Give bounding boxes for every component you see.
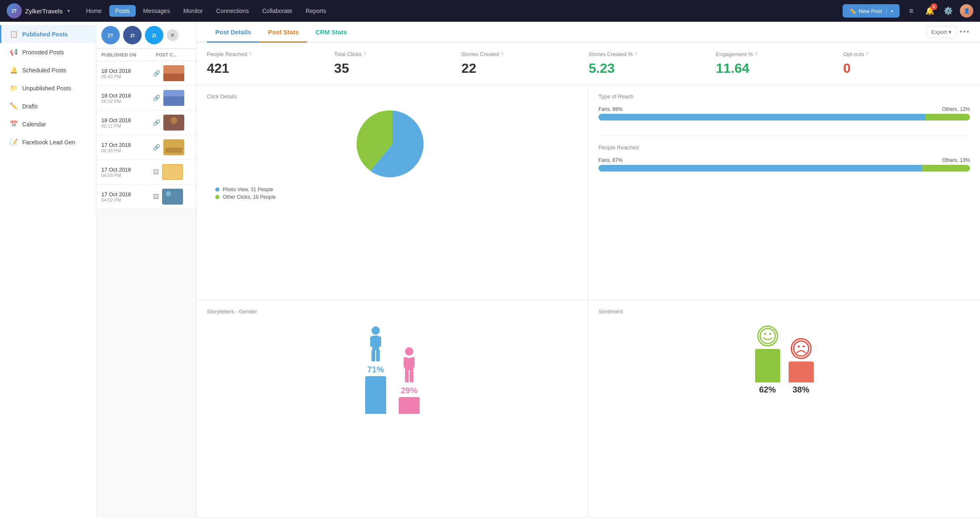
- table-row[interactable]: 18 Oct 2018 02:11 PM 🔗: [96, 110, 196, 135]
- post-thumbnail: [163, 90, 184, 106]
- export-chevron-icon: ▾: [949, 29, 952, 35]
- nav-monitor[interactable]: Monitor: [178, 5, 209, 17]
- bar-track-people-reached: [598, 165, 970, 172]
- post-date-col: 18 Oct 2018 02:11 PM: [101, 117, 150, 128]
- svg-rect-27: [405, 371, 409, 382]
- svg-rect-20: [370, 336, 374, 347]
- svg-point-17: [166, 191, 171, 196]
- sidebar-item-facebook-lead-gen[interactable]: 📝 Facebook Lead Gen: [0, 133, 96, 151]
- stat-label-stories-created-pct: Stories Created % ?: [588, 51, 707, 57]
- svg-point-11: [170, 117, 177, 124]
- svg-rect-7: [163, 74, 184, 81]
- sidebar-item-published-posts[interactable]: 📋 Published Posts: [0, 25, 96, 43]
- detail-panel: Post Details Post Stats CRM Stats Export…: [197, 22, 980, 518]
- table-row[interactable]: 17 Oct 2018 04:52 PM 🖼: [96, 185, 196, 209]
- sidebar-item-scheduled-posts[interactable]: 🔔 Scheduled Posts: [0, 61, 96, 79]
- bar-fill-others-reach: [926, 114, 970, 121]
- notifications-wrapper: 🔔 2: [923, 4, 936, 18]
- post-thumbnail: [162, 189, 183, 205]
- legend-dot-photo-view: [215, 187, 219, 192]
- profile-tab-2[interactable]: Zf: [123, 26, 142, 44]
- stat-label-stories-created: Stories Created ?: [462, 51, 580, 57]
- profile-tab-1[interactable]: ZT: [101, 26, 120, 44]
- chart-click-details: Click Details Photo View, 31 People: [197, 85, 588, 300]
- stat-label-opt-outs: Opt-outs ?: [843, 51, 962, 57]
- chart-type-of-reach: Type of Reach Fans, 88% Others, 12% Peop: [588, 85, 980, 300]
- help-icon-stories-pct[interactable]: ?: [634, 51, 637, 57]
- stat-value-stories-created: 22: [462, 61, 580, 76]
- help-icon-engagement[interactable]: ?: [755, 51, 758, 57]
- nav-home[interactable]: Home: [80, 5, 107, 17]
- menu-icon[interactable]: ≡: [905, 4, 918, 18]
- help-icon-people-reached[interactable]: ?: [249, 51, 252, 57]
- svg-rect-15: [163, 165, 182, 179]
- new-post-label: New Post: [859, 8, 882, 14]
- new-post-button[interactable]: ✏️ New Post ▾: [843, 4, 900, 18]
- chart-title-click-details: Click Details: [207, 93, 578, 100]
- more-options-button[interactable]: •••: [959, 28, 970, 36]
- table-row[interactable]: 17 Oct 2018 06:38 PM 🔗: [96, 135, 196, 160]
- people-reached-bar: Fans, 87% Others, 13%: [598, 157, 970, 172]
- svg-text:Zf: Zf: [130, 33, 135, 38]
- sentiment-chart: 62% 38%: [598, 321, 970, 399]
- stat-stories-created: Stories Created ? 22: [462, 51, 589, 76]
- help-icon-stories-created[interactable]: ?: [501, 51, 504, 57]
- nav-items: Home Posts Messages Monitor Connections …: [80, 5, 843, 17]
- user-avatar[interactable]: 👤: [960, 4, 973, 18]
- published-posts-icon: 📋: [10, 30, 18, 38]
- table-row[interactable]: 18 Oct 2018 06:42 PM 🔗: [96, 61, 196, 86]
- bar-fill-fans-people: [598, 165, 922, 172]
- brand-logo-text: ZT: [12, 9, 17, 13]
- tab-post-stats[interactable]: Post Stats: [260, 22, 307, 43]
- nav-collaborate[interactable]: Collaborate: [256, 5, 298, 17]
- post-date-col: 18 Oct 2018 06:32 PM: [101, 92, 150, 104]
- sidebar-item-drafts[interactable]: ✏️ Drafts: [0, 97, 96, 115]
- topnav: ZT ZylkerTravels ▾ Home Posts Messages M…: [0, 0, 980, 22]
- stat-stories-created-pct: Stories Created % ? 5.23: [588, 51, 716, 76]
- gender-male-group: 71%: [365, 326, 386, 414]
- help-icon-total-clicks[interactable]: ?: [364, 51, 366, 57]
- type-of-reach-bar: Fans, 88% Others, 12%: [598, 106, 970, 121]
- sidebar-label-promoted-posts: Promoted Posts: [22, 49, 64, 56]
- help-icon-opt-outs[interactable]: ?: [866, 51, 869, 57]
- export-button[interactable]: Export ▾: [927, 26, 957, 38]
- male-figure-icon: [365, 326, 386, 363]
- nav-posts[interactable]: Posts: [109, 5, 136, 17]
- pie-legend: Photo View, 31 People Other Clicks, 16 P…: [207, 187, 276, 200]
- notification-badge: 2: [931, 3, 937, 10]
- sidebar-item-unpublished-posts[interactable]: 📁 Unpublished Posts: [0, 79, 96, 97]
- svg-point-32: [794, 341, 809, 356]
- legend-item-photo-view: Photo View, 31 People: [215, 187, 276, 192]
- sidebar-item-calendar[interactable]: 📅 Calendar: [0, 115, 96, 133]
- sad-bar: [789, 362, 814, 382]
- stat-value-engagement: 11.64: [716, 61, 834, 76]
- post-date-col: 18 Oct 2018 06:42 PM: [101, 68, 150, 79]
- male-pct: 71%: [367, 365, 384, 374]
- tab-post-details[interactable]: Post Details: [207, 22, 260, 43]
- bar-labels-people-reached: Fans, 87% Others, 13%: [598, 157, 970, 163]
- post-date-col: 17 Oct 2018 04:55 PM: [101, 167, 150, 178]
- sidebar-item-promoted-posts[interactable]: 📢 Promoted Posts: [0, 43, 96, 61]
- close-profile-tab[interactable]: ✕: [167, 29, 178, 41]
- male-bar: [365, 376, 386, 414]
- nav-reports[interactable]: Reports: [300, 5, 332, 17]
- svg-point-18: [371, 326, 380, 335]
- svg-point-29: [760, 328, 775, 344]
- nav-messages[interactable]: Messages: [137, 5, 176, 17]
- settings-button[interactable]: ⚙️: [941, 4, 955, 18]
- stat-opt-outs: Opt-outs ? 0: [843, 51, 970, 76]
- tab-crm-stats[interactable]: CRM Stats: [307, 22, 355, 43]
- post-time: 06:38 PM: [101, 148, 150, 153]
- chart-title-type-of-reach: Type of Reach: [598, 93, 970, 100]
- fans-label-reach: Fans, 88%: [598, 106, 622, 112]
- female-bar: [399, 397, 420, 414]
- sad-face-icon: [791, 338, 812, 359]
- promoted-posts-icon: 📢: [10, 48, 18, 56]
- table-row[interactable]: 18 Oct 2018 06:32 PM 🔗: [96, 86, 196, 110]
- nav-connections[interactable]: Connections: [210, 5, 255, 17]
- dropdown-separator: [886, 8, 887, 14]
- svg-rect-9: [163, 96, 184, 106]
- brand[interactable]: ZT ZylkerTravels ▾: [7, 3, 70, 18]
- table-row[interactable]: 17 Oct 2018 04:55 PM 🖼: [96, 160, 196, 185]
- profile-tab-3[interactable]: Zt: [145, 26, 163, 44]
